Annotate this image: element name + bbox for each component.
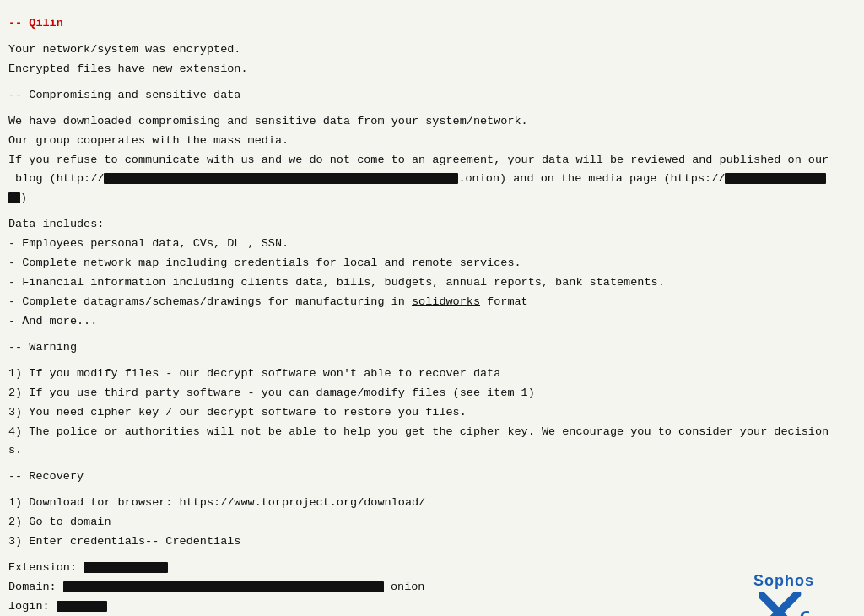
domain-label: Domain: [8, 581, 57, 593]
comp-closing-paren: ) [8, 190, 845, 208]
xops-container: Ops [729, 592, 839, 616]
comp-line3-text: If you refuse to communicate with us and… [8, 154, 829, 166]
data-includes-block: Data includes: - Employees personal data… [8, 216, 845, 331]
warning-item-1: 1) If you modify files - our decrypt sof… [8, 365, 845, 383]
intro-line1: Your network/system was encrypted. [8, 41, 845, 59]
sophos-name: Sophos [729, 572, 839, 590]
recovery-header: -- Recovery [8, 468, 845, 486]
recovery-list-block: 1) Download tor browser: https://www.tor… [8, 494, 845, 551]
data-includes-header: Data includes: [8, 216, 845, 234]
blog-prefix: blog (http:// [8, 172, 104, 185]
comp-line3: If you refuse to communicate with us and… [8, 152, 845, 170]
comp-line1: We have downloaded compromising and sens… [8, 113, 845, 131]
data-item-4-pre: - Complete datagrams/schemas/drawings fo… [8, 295, 412, 308]
solidworks-text: solidworks [412, 295, 480, 308]
recovery-header-block: -- Recovery [8, 468, 845, 486]
blog-suffix: .onion) and on the media page (https:// [458, 172, 725, 185]
redacted-domain [63, 581, 384, 592]
warning-item-2: 2) If you use third party software - you… [8, 385, 845, 403]
svg-text:Ops: Ops [800, 607, 809, 616]
compromising-header-text: -- Compromising and sensitive data [8, 87, 845, 105]
domain-line: Domain: onion [8, 579, 845, 597]
warning-header: -- Warning [8, 339, 845, 357]
extension-line: Extension: [8, 559, 845, 577]
redacted-media-url [725, 173, 826, 184]
redacted-small [8, 192, 20, 203]
data-item-5: - And more... [8, 313, 845, 331]
compromising-body: We have downloaded compromising and sens… [8, 113, 845, 208]
intro-block: Your network/system was encrypted. Encry… [8, 41, 845, 78]
credentials-section: Extension: Domain: onion login: password… [8, 559, 845, 616]
redacted-extension [84, 562, 168, 573]
redacted-login [57, 601, 107, 612]
data-item-4-post: format [480, 295, 528, 308]
login-line: login: [8, 598, 845, 616]
intro-line2: Encrypted files have new extension. [8, 61, 845, 78]
warning-item-3: 3) You need cipher key / our decrypt sof… [8, 404, 845, 422]
recovery-item-2: 2) Go to domain [8, 514, 845, 532]
sophos-xops-logo: Sophos Ops [729, 572, 839, 616]
warning-item-4b: s. [8, 442, 845, 460]
x-ops-icon: Ops [759, 592, 809, 616]
login-label: login: [8, 600, 50, 613]
comp-blog-line: blog (http://.onion) and on the media pa… [8, 170, 845, 188]
data-item-3: - Financial information including client… [8, 274, 845, 292]
recovery-item-1: 1) Download tor browser: https://www.tor… [8, 494, 845, 512]
redacted-blog-url [104, 173, 458, 184]
domain-suffix: onion [391, 581, 425, 593]
data-item-1: - Employees personal data, CVs, DL , SSN… [8, 235, 845, 253]
warning-item-4: 4) The police or authorities will not be… [8, 424, 845, 441]
warning-list-block: 1) If you modify files - our decrypt sof… [8, 365, 845, 461]
title: -- Qilin [8, 15, 845, 33]
compromising-header: -- Compromising and sensitive data [8, 87, 845, 105]
comp-line2: Our group cooperates with the mass media… [8, 132, 845, 150]
recovery-item-3: 3) Enter credentials-- Credentials [8, 533, 845, 551]
data-item-4: - Complete datagrams/schemas/drawings fo… [8, 294, 845, 311]
extension-label: Extension: [8, 561, 77, 574]
ransom-note: -- Qilin Your network/system was encrypt… [8, 15, 845, 616]
data-item-2: - Complete network map including credent… [8, 255, 845, 273]
warning-block: -- Warning [8, 339, 845, 357]
